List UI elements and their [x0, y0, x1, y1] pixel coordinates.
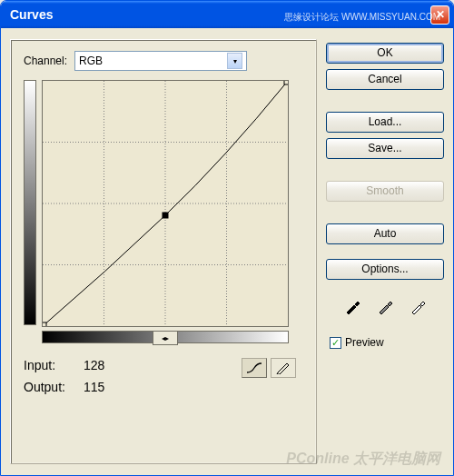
- right-panel: OK Cancel Load... Save... Smooth Auto Op…: [326, 39, 444, 464]
- gradient-handle[interactable]: ◂▸: [153, 331, 178, 345]
- channel-select[interactable]: RGB ▾: [74, 51, 247, 71]
- white-eyedropper-button[interactable]: [405, 296, 430, 318]
- eyedropper-black-icon: [343, 298, 361, 316]
- curve-grid[interactable]: [42, 80, 289, 327]
- curve-icon: [246, 362, 262, 374]
- output-value: 115: [84, 380, 104, 394]
- window-title: Curves: [10, 7, 53, 22]
- channel-label: Channel:: [24, 55, 67, 67]
- input-value: 128: [84, 358, 104, 372]
- eyedropper-white-icon: [409, 298, 427, 316]
- output-label: Output:: [24, 380, 74, 394]
- pencil-icon: [275, 362, 291, 374]
- eyedropper-tools: [326, 296, 444, 318]
- save-button[interactable]: Save...: [326, 138, 444, 159]
- watermark-bottom: PConline 太平洋电脑网: [286, 450, 440, 469]
- chevron-down-icon[interactable]: ▾: [227, 53, 242, 69]
- left-panel: Channel: RGB ▾: [10, 39, 317, 464]
- channel-row: Channel: RGB ▾: [24, 51, 303, 71]
- input-gradient: ◂▸: [42, 331, 289, 343]
- dialog-content: Channel: RGB ▾: [1, 28, 453, 475]
- watermark-top: 思缘设计论坛 WWW.MISSYUAN.COM: [284, 11, 440, 24]
- input-gradient-row: ◂▸: [42, 331, 303, 343]
- ok-button[interactable]: OK: [326, 43, 444, 64]
- svg-rect-7: [42, 322, 46, 327]
- curve-tool-button[interactable]: [242, 358, 267, 378]
- output-gradient: [24, 80, 36, 325]
- cancel-button[interactable]: Cancel: [326, 69, 444, 90]
- channel-value: RGB: [79, 55, 103, 67]
- curve-point[interactable]: [163, 213, 168, 218]
- curve-graph[interactable]: [42, 80, 289, 327]
- svg-rect-8: [284, 80, 289, 84]
- eyedropper-gray-icon: [376, 298, 394, 316]
- smooth-button: Smooth: [326, 181, 444, 202]
- pencil-tool-button[interactable]: [271, 358, 296, 378]
- preview-row: ✓ Preview: [330, 336, 444, 349]
- black-eyedropper-button[interactable]: [340, 296, 365, 318]
- preview-checkbox[interactable]: ✓: [330, 337, 341, 349]
- preview-label: Preview: [345, 336, 384, 349]
- load-button[interactable]: Load...: [326, 112, 444, 133]
- curves-dialog: Curves ✕ 思缘设计论坛 WWW.MISSYUAN.COM Channel…: [0, 0, 454, 476]
- input-label: Input:: [24, 358, 74, 372]
- options-button[interactable]: Options...: [326, 259, 444, 280]
- auto-button[interactable]: Auto: [326, 223, 444, 244]
- gray-eyedropper-button[interactable]: [372, 296, 398, 318]
- curve-tools: [242, 358, 296, 378]
- curve-area: [24, 80, 303, 327]
